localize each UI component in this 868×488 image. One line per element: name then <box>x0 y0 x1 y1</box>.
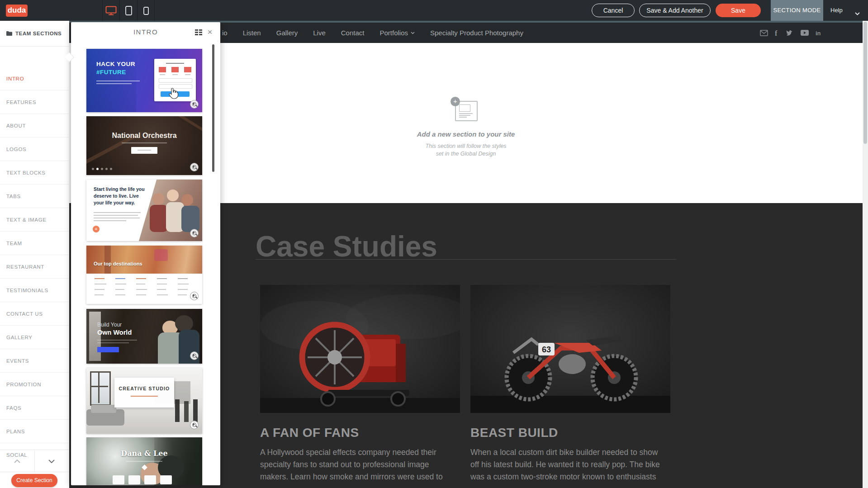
hand-cursor-icon <box>169 88 179 101</box>
divider <box>102 0 103 21</box>
case-studies-heading: Case Studies <box>256 230 437 263</box>
sidebar-item-intro[interactable]: INTRO <box>0 67 69 90</box>
intro-templates-panel: INTRO × HACK YOUR #FUTURE National Orch <box>71 22 220 485</box>
sidebar-item-events[interactable]: EVENTS <box>0 349 69 373</box>
sidebar-item-team[interactable]: TEAM <box>0 232 69 255</box>
thumb-heading: HACK YOUR <box>96 61 135 67</box>
thumb-heading-2: #FUTURE <box>96 69 126 76</box>
sidebar-pager <box>0 450 69 472</box>
template-thumb-dana-and-lee[interactable]: Dana & Lee <box>86 437 202 485</box>
nav-item-contact[interactable]: Contact <box>341 29 365 37</box>
save-button[interactable]: Save <box>716 4 761 17</box>
sidebar-item-text-image[interactable]: TEXT & IMAGE <box>0 208 69 232</box>
case-card-bike[interactable]: 63 BEAST BUILD When a local custom dirt … <box>470 285 670 483</box>
zoom-preview-icon[interactable] <box>190 351 199 360</box>
chevron-down-icon <box>411 32 415 34</box>
nav-item-gallery[interactable]: Gallery <box>276 29 298 37</box>
panel-scrollbar[interactable] <box>212 44 214 172</box>
sidebar-item-restaurant[interactable]: RESTAURANT <box>0 255 69 279</box>
cta-button <box>131 147 157 154</box>
sidebar-header: TEAM SECTIONS <box>0 21 69 47</box>
countdown-boxes <box>113 475 172 484</box>
sidebar-item-features[interactable]: FEATURES <box>0 90 69 114</box>
divider-line <box>256 259 676 260</box>
zoom-preview-icon[interactable] <box>190 100 199 109</box>
template-thumb-top-destinations[interactable]: Our top destinations <box>86 246 202 304</box>
close-icon[interactable]: × <box>205 26 215 38</box>
create-section-button[interactable]: Create Section <box>11 474 57 487</box>
sidebar-item-promotion[interactable]: PROMOTION <box>0 373 69 396</box>
template-thumb-hack-your-future[interactable]: HACK YOUR #FUTURE <box>86 49 202 112</box>
thumb-heading: Our top destinations <box>94 261 142 266</box>
editor-topbar: duda Cancel Save & Add Another Save SECT… <box>0 0 868 21</box>
bike-number-badge: 63 <box>542 345 551 354</box>
thumb-heading: CREATIVE STUDIO <box>114 386 174 391</box>
nav-item-io[interactable]: io <box>222 29 228 37</box>
thumb-heading-2: Own World <box>97 329 132 336</box>
page-scrollbar[interactable] <box>863 21 868 488</box>
folder-icon <box>6 31 12 36</box>
chevron-down-icon[interactable] <box>855 9 860 17</box>
plus-button: + <box>93 226 100 232</box>
sidebar-item-logos[interactable]: LOGOS <box>0 137 69 161</box>
duda-logo[interactable]: duda <box>6 5 28 17</box>
sidebar-item-gallery[interactable]: GALLERY <box>0 326 69 349</box>
youtube-icon[interactable] <box>801 30 809 36</box>
scrollbar-thumb[interactable] <box>863 22 867 144</box>
template-thumb-build-your-own-world[interactable]: Build Your Own World <box>86 309 202 364</box>
thumb-heading: Dana & Lee <box>86 449 202 458</box>
mail-icon[interactable] <box>760 30 768 36</box>
sections-sidebar: TEAM SECTIONS INTRO FEATURES ABOUT LOGOS… <box>0 21 69 488</box>
case-card-title: A FAN OF FANS <box>260 426 460 440</box>
template-thumb-start-living[interactable]: Start living the life you deserve to liv… <box>86 180 202 241</box>
sidebar-header-label: TEAM SECTIONS <box>15 31 62 36</box>
nav-item-portfolios[interactable]: Portfolios <box>379 29 415 37</box>
twitter-icon[interactable] <box>786 30 794 36</box>
case-card-body: A Hollywood special effects company need… <box>260 446 457 483</box>
zoom-preview-icon[interactable] <box>190 421 199 429</box>
svg-text:in: in <box>816 30 821 36</box>
cta-button <box>97 347 119 352</box>
fan-image <box>260 285 460 413</box>
thumb-heading: National Orchestra <box>86 132 202 140</box>
add-section-icon: + <box>455 101 477 120</box>
zoom-preview-icon[interactable] <box>190 292 199 300</box>
nav-item-specialty[interactable]: Specialty Product Photography <box>430 29 523 37</box>
sidebar-item-faqs[interactable]: FAQS <box>0 396 69 420</box>
plus-icon: + <box>451 97 460 106</box>
cancel-button[interactable]: Cancel <box>592 4 635 17</box>
sidebar-item-testimonials[interactable]: TESTIMONIALS <box>0 279 69 302</box>
desktop-preview-icon[interactable] <box>105 6 117 17</box>
tablet-preview-icon[interactable] <box>125 6 132 17</box>
linkedin-icon[interactable]: in <box>816 30 823 36</box>
help-menu[interactable]: Help <box>830 0 843 21</box>
nav-item-listen[interactable]: Listen <box>243 29 261 37</box>
subtitle-line2: set in the Global Design <box>436 151 496 157</box>
template-thumb-creative-studio[interactable]: CREATIVE STUDIO <box>86 368 202 434</box>
divider <box>154 0 155 21</box>
grid-view-icon[interactable] <box>195 29 202 35</box>
save-add-another-button[interactable]: Save & Add Another <box>639 4 711 17</box>
divider <box>119 0 120 21</box>
thumb-heading: Start living the life you deserve to liv… <box>94 186 147 207</box>
sidebar-item-plans[interactable]: PLANS <box>0 420 69 443</box>
svg-text:f: f <box>775 29 778 37</box>
sidebar-item-text-blocks[interactable]: TEXT BLOCKS <box>0 161 69 185</box>
case-card-title: BEAST BUILD <box>470 426 670 440</box>
sidebar-item-tabs[interactable]: TABS <box>0 185 69 208</box>
subtitle-line1: This section will follow the styles <box>425 143 506 149</box>
divider <box>137 0 138 21</box>
mobile-preview-icon[interactable] <box>143 7 149 17</box>
facebook-icon[interactable]: f <box>775 29 779 37</box>
zoom-preview-icon[interactable] <box>190 229 199 237</box>
sidebar-item-about[interactable]: ABOUT <box>0 114 69 137</box>
template-thumb-national-orchestra[interactable]: National Orchestra <box>86 116 202 175</box>
scroll-up-button[interactable] <box>0 450 35 472</box>
nav-item-live[interactable]: Live <box>313 29 326 37</box>
zoom-preview-icon[interactable] <box>190 163 199 171</box>
scroll-down-button[interactable] <box>34 450 69 472</box>
thumb-heading: Build Your <box>97 322 122 328</box>
sidebar-item-contact-us[interactable]: CONTACT US <box>0 302 69 326</box>
case-card-fan[interactable]: A FAN OF FANS A Hollywood special effect… <box>260 285 460 483</box>
studio-card: CREATIVE STUDIO <box>114 378 174 407</box>
